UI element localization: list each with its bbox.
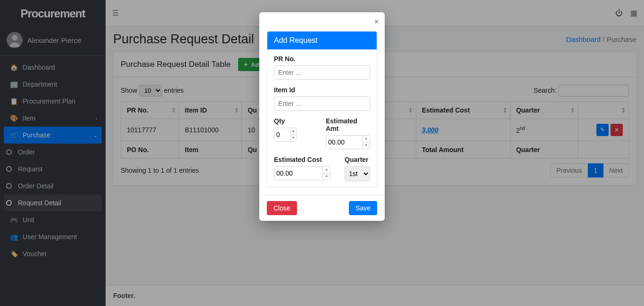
est-cost-input[interactable] [274, 167, 322, 180]
label-item-id: Item Id [274, 86, 370, 94]
label-est-cost: Estimated Cost [274, 156, 337, 163]
chevron-down-icon: ▼ [291, 135, 296, 142]
label-pr-no: PR No. [274, 55, 370, 63]
qty-input[interactable] [274, 128, 290, 141]
label-est-amt: Estimated Amt [326, 117, 370, 132]
quarter-select[interactable]: 1st [345, 166, 370, 181]
close-button[interactable]: Close [267, 201, 297, 215]
chevron-down-icon: ▼ [363, 142, 370, 149]
modal-title: Add Request [267, 32, 377, 49]
item-id-input[interactable] [274, 97, 370, 111]
chevron-down-icon: ▼ [323, 173, 330, 180]
est-amt-input[interactable] [326, 136, 363, 149]
chevron-up-icon: ▲ [291, 128, 296, 135]
est-amt-stepper[interactable]: ▲▼ [363, 136, 370, 149]
chevron-up-icon: ▲ [363, 136, 370, 142]
chevron-up-icon: ▲ [323, 167, 330, 173]
close-icon: × [374, 17, 379, 26]
modal-footer: Close Save [259, 195, 385, 221]
save-button[interactable]: Save [349, 201, 377, 215]
modal-close-button[interactable]: × [374, 17, 379, 27]
label-quarter: Quarter [345, 156, 370, 163]
qty-stepper[interactable]: ▲▼ [290, 128, 296, 141]
pr-no-input[interactable] [274, 65, 370, 80]
est-cost-stepper[interactable]: ▲▼ [322, 167, 330, 180]
label-qty: Qty [274, 117, 318, 125]
modal-panel: Add Request PR No. Item Id Qty ▲▼ [267, 31, 377, 187]
add-request-modal: × Add Request PR No. Item Id Qty [259, 12, 385, 221]
